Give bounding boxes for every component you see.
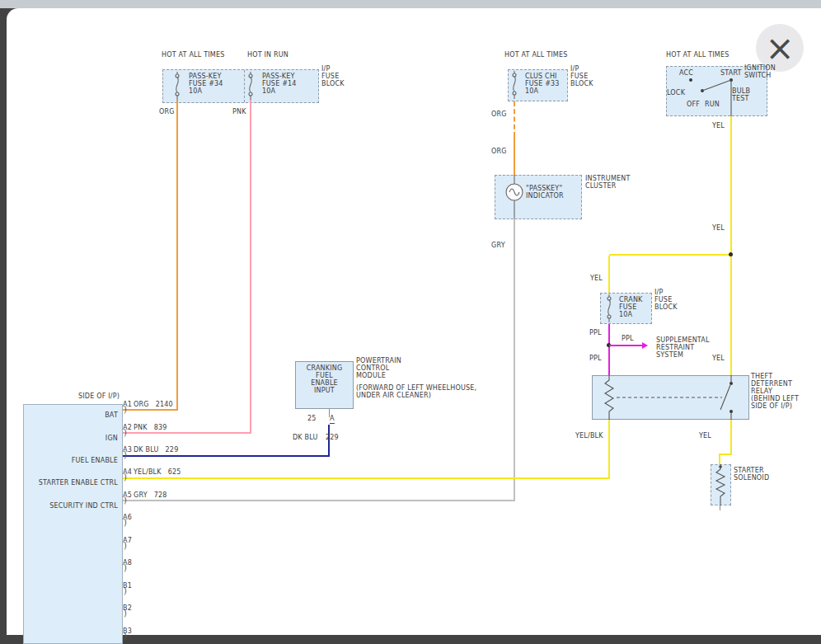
pin-a4-label: A4YEL/BLK625 [123,468,181,476]
wire-pnk-a2-horizontal [122,432,251,434]
pin-a1-mark: ) [124,406,127,414]
wire-ppl-vertical [608,324,610,376]
wire-org-a1-horizontal [122,409,178,411]
junction-dot-yel [729,252,733,256]
wire-ppl-label-branch: PPL [622,335,634,342]
srs-label: SUPPLEMENTAL RESTRAINT SYSTEM [656,336,710,359]
wire-dkblu-circuit: 229 [326,434,339,441]
ignition-switch-label: IGNITION SWITCH [744,64,776,79]
wire-org-label-lower: ORG [491,148,507,155]
wire-dkblu-a3-horizontal [122,455,330,457]
solenoid-ground-stub [720,505,720,510]
pin-b2-mark: ) [124,609,127,618]
pin-a4-mark: ) [124,473,127,482]
pcm-connector-letter: A [330,415,335,424]
wire-gry-label: GRY [491,242,505,249]
ip-fuse-block-right-label: I/P FUSE BLOCK [654,289,678,311]
ppl-arrow-icon [642,342,648,349]
pcm-location-label: (FORWARD OF LEFT WHEELHOUSE, UNDER AIR C… [356,384,476,399]
hot-at-all-times-label-left: HOT AT ALL TIMES [162,51,224,59]
signal-ign-label: IGN [25,435,118,442]
signal-bat-label: BAT [25,411,118,419]
hot-at-all-times-label-mid: HOT AT ALL TIMES [504,51,567,59]
pin-a3-label: A3DK BLU229 [123,446,178,454]
instrument-cluster-label: INSTRUMENT CLUSTER [585,175,631,190]
fuse-34-icon [172,72,182,100]
wire-dkblu-label: DK BLU [293,434,318,441]
wire-yel-branch-horizontal [609,254,732,256]
pin-a5-label: A5GRY728 [123,491,167,499]
ignition-lock-label: LOCK [667,89,685,96]
signal-security-ind-label: SECURITY IND CTRL [25,502,118,510]
ignition-start-label: START [720,69,742,77]
pcm-pin-number: 25 [307,415,317,422]
pin-a8-mark: ) [124,564,127,572]
ip-fuse-block-left-label: I/P FUSE BLOCK [321,65,345,87]
pin-a5-mark: ) [124,496,127,505]
pin-a1-label: A1ORG2140 [123,401,173,408]
pin-a3-mark: ) [124,451,127,459]
wire-yel-ignition-vertical [730,116,732,376]
wire-pnk-label: PNK [232,108,246,115]
wire-yelblk-a4-horizontal [122,477,610,479]
pin-a6-mark: ) [124,519,127,527]
pin-b1-mark: ) [124,587,127,595]
passkey-fuse-14-label: PASS-KEY FUSE #14 10A [262,73,297,95]
wire-org-label: ORG [159,108,175,115]
wire-gry-vertical [514,219,515,501]
passkey-indicator-label: "PASSKEY" INDICATOR [526,185,564,200]
wire-ppl-branch [609,345,643,346]
wire-gry-a5-horizontal [122,500,515,501]
wire-ppl-label-below: PPL [589,355,602,362]
wire-ppl-label-above: PPL [589,329,602,336]
wire-org-label-upper: ORG [491,110,507,118]
pcm-input-label: CRANKING FUEL ENABLE INPUT [296,364,353,394]
wire-yel-to-solenoid-jog [719,454,732,455]
passkey-indicator-lamp-icon [505,175,523,219]
pcm-module-label: POWERTRAIN CONTROL MODULE [356,357,401,379]
signal-fuel-enable-label: FUEL ENABLE [25,457,118,464]
wire-yel-to-crank-fuse [608,256,610,293]
wire-yel-label-5: YEL [699,432,711,440]
wire-org-to-cluster [514,137,515,176]
hot-in-run-label: HOT IN RUN [247,51,289,59]
passkey-fuse-34-label: PASS-KEY FUSE #34 10A [189,73,223,95]
ip-fuse-block-mid-label: I/P FUSE BLOCK [570,65,593,87]
wire-org-dashed-segment [514,101,515,137]
theft-deterrent-relay-label: THEFT DETERRENT RELAY (BEHIND LEFT SIDE … [751,373,799,410]
top-bar [0,0,821,8]
wire-org-vertical [176,100,178,411]
pin-b3-mark: ) [124,632,127,641]
starter-solenoid-coil-icon [711,464,731,505]
ignition-off-label: OFF [687,101,700,108]
pin-a7-mark: ) [124,542,127,550]
wire-yel-label-1: YEL [712,122,725,129]
wire-yelblk-vertical [608,420,610,479]
wire-yelblk-label: YEL/BLK [575,432,603,440]
pin-a2-mark: ) [124,429,127,437]
pin-a2-label: A2PNK839 [123,424,167,431]
ignition-bulb-test-label: BULB TEST [732,87,750,102]
wire-yel-to-solenoid-1 [730,420,732,455]
crank-fuse-label: CRANK FUSE 10A [619,296,643,318]
close-icon: × [765,28,794,68]
hot-at-all-times-label-right: HOT AT ALL TIMES [666,51,729,59]
wire-yel-label-4: YEL [712,355,725,362]
connector-header-label: SIDE OF I/P) [23,393,120,400]
wire-yel-label-2: YEL [712,224,725,232]
starter-solenoid-label: STARTER SOLENOID [734,467,769,482]
ignition-acc-label: ACC [679,69,693,77]
clus-chi-fuse-33-label: CLUS CHI FUSE #33 10A [525,73,560,95]
signal-starter-enable-label: STARTER ENABLE CTRL [25,479,118,487]
ignition-run-label: RUN [705,101,720,108]
fuse-block-divider [244,70,245,102]
fuse-33-icon [509,71,519,99]
crank-fuse-icon [604,294,614,322]
fuse-14-icon [246,72,256,100]
wire-yel-label-3: YEL [590,275,603,282]
relay-internals-icon [592,375,749,420]
wire-pnk-vertical [250,100,251,434]
